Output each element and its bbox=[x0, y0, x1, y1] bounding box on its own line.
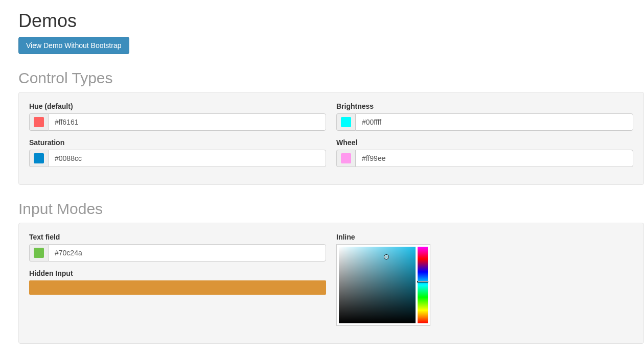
wheel-swatch-button[interactable] bbox=[336, 150, 355, 167]
hue-swatch-button[interactable] bbox=[29, 113, 48, 131]
section-heading-control-types: Control Types bbox=[18, 69, 644, 87]
text-field-label: Text field bbox=[29, 233, 326, 241]
hue-label: Hue (default) bbox=[29, 102, 326, 110]
view-demo-without-bootstrap-button[interactable]: View Demo Without Bootstrap bbox=[18, 37, 129, 54]
saturation-label: Saturation bbox=[29, 138, 326, 147]
wheel-input[interactable] bbox=[355, 150, 633, 167]
wheel-label: Wheel bbox=[336, 138, 633, 147]
inline-hue-slider[interactable] bbox=[418, 247, 428, 323]
text-field-input[interactable] bbox=[48, 244, 326, 262]
input-modes-panel: Text field Hidden Input Inline bbox=[18, 223, 644, 344]
hidden-input-swatch[interactable] bbox=[29, 280, 326, 295]
text-field-swatch-icon bbox=[34, 248, 44, 258]
page-title: Demos bbox=[18, 10, 644, 32]
inline-hue-indicator-icon bbox=[417, 281, 428, 282]
brightness-swatch-button[interactable] bbox=[336, 113, 355, 131]
hue-swatch-icon bbox=[34, 117, 44, 127]
text-field-swatch-button[interactable] bbox=[29, 244, 48, 262]
brightness-label: Brightness bbox=[336, 102, 633, 110]
saturation-swatch-button[interactable] bbox=[29, 150, 48, 167]
inline-picker-grid[interactable] bbox=[339, 247, 416, 323]
saturation-input[interactable] bbox=[48, 150, 326, 167]
inline-color-picker bbox=[336, 244, 430, 326]
brightness-input[interactable] bbox=[355, 113, 633, 131]
wheel-swatch-icon bbox=[341, 153, 351, 163]
hidden-input-label: Hidden Input bbox=[29, 269, 326, 277]
section-heading-input-modes: Input Modes bbox=[18, 200, 644, 218]
hue-input[interactable] bbox=[48, 113, 326, 131]
saturation-swatch-icon bbox=[34, 153, 44, 163]
inline-label: Inline bbox=[336, 233, 633, 241]
brightness-swatch-icon bbox=[341, 117, 351, 127]
inline-picker-cursor-icon bbox=[384, 254, 389, 259]
control-types-panel: Hue (default) Saturation bbox=[18, 92, 644, 185]
